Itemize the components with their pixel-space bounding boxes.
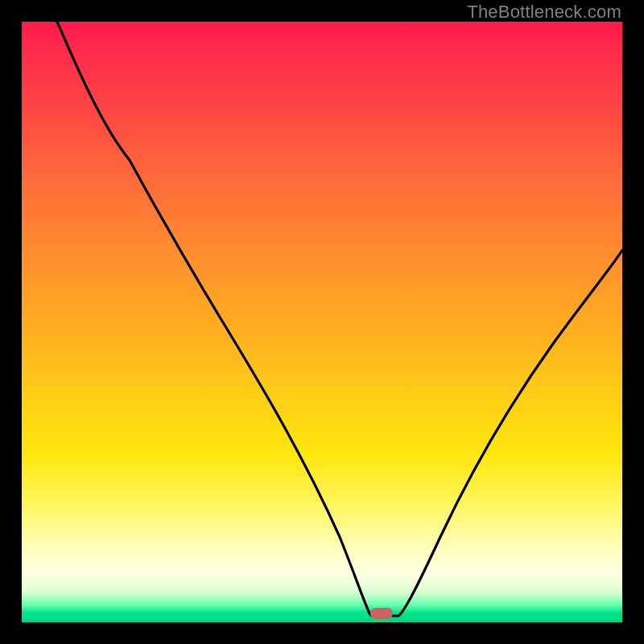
curve-path [57, 22, 622, 616]
bottleneck-marker [370, 608, 393, 619]
plot-area [22, 22, 622, 622]
bottleneck-curve [22, 22, 622, 622]
chart-container: TheBottleneck.com [0, 0, 644, 644]
watermark-text: TheBottleneck.com [467, 2, 621, 23]
